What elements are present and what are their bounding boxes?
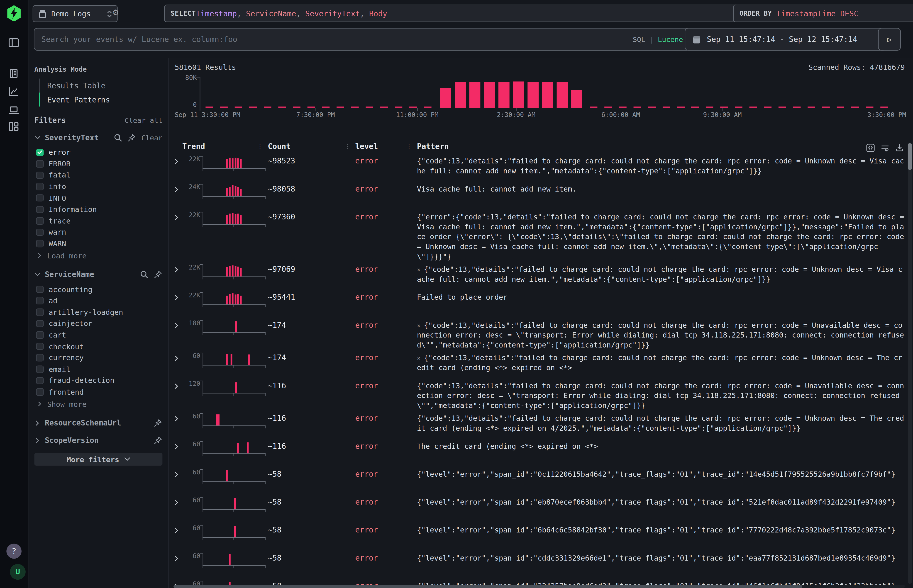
checkbox-unchecked[interactable] (36, 240, 43, 247)
histogram-bar[interactable] (571, 90, 582, 108)
filter-option-email[interactable]: email (34, 363, 162, 375)
sidebar-toggle-icon[interactable] (8, 37, 20, 49)
results-histogram[interactable]: 80K0Sep 11 3:30:00 PM7:30:00 PM11:00:00 … (169, 58, 913, 122)
filter-option-ad[interactable]: ad (34, 295, 162, 307)
checkbox-unchecked[interactable] (36, 286, 43, 293)
expand-row-icon[interactable] (172, 523, 185, 534)
checkbox-unchecked[interactable] (36, 206, 43, 213)
filter-group-header[interactable]: ResourceSchemaUrl (34, 419, 162, 428)
histogram-bar[interactable] (513, 81, 524, 108)
histogram-bar[interactable] (440, 88, 451, 108)
column-drag-handle-icon[interactable]: ⋮ (344, 142, 350, 150)
order-by-input[interactable]: ORDER BY TimestampTime DESC (733, 5, 913, 22)
expand-row-icon[interactable] (172, 439, 185, 451)
checkbox-unchecked[interactable] (36, 309, 43, 316)
filter-option-info[interactable]: info (34, 181, 162, 192)
filter-option-warn[interactable]: warn (34, 226, 162, 238)
filter-option-artillery-loadgen[interactable]: artillery-loadgen (34, 307, 162, 318)
checkbox-unchecked[interactable] (36, 183, 43, 190)
select-query-input[interactable]: SELECT Timestamp, ServiceName, SeverityT… (164, 5, 738, 22)
checkbox-unchecked[interactable] (36, 171, 43, 179)
filter-option-trace[interactable]: trace (34, 215, 162, 226)
more-filters-button[interactable]: More filters (34, 453, 162, 465)
col-header-level[interactable]: level⋮ (355, 142, 417, 151)
filter-option-cainjector[interactable]: cainjector (34, 318, 162, 329)
filter-option-info[interactable]: INFO (34, 192, 162, 204)
expand-row-icon[interactable] (172, 182, 185, 193)
histogram-bar[interactable] (542, 82, 553, 108)
filter-group-header[interactable]: ScopeVersion (34, 436, 162, 445)
filter-option-error[interactable]: ERROR (34, 158, 162, 169)
download-icon[interactable] (895, 143, 904, 153)
expand-row-icon[interactable] (172, 351, 185, 362)
filter-option-cart[interactable]: cart (34, 330, 162, 341)
clear-all-button[interactable]: Clear all (125, 116, 162, 124)
filter-option-warn[interactable]: WARN (34, 238, 162, 249)
filter-group-header[interactable]: ServiceName (34, 270, 162, 279)
filter-load-more[interactable]: Load more (34, 250, 162, 262)
filter-option-checkout[interactable]: checkout (34, 341, 162, 352)
expand-row-icon[interactable] (172, 378, 185, 390)
filter-show-more[interactable]: Show more (34, 398, 162, 410)
nav-dashboards-icon[interactable] (8, 120, 20, 133)
histogram-bar[interactable] (528, 82, 539, 108)
pin-icon[interactable] (128, 133, 136, 142)
analysis-mode-item-results-table[interactable]: Results Table (39, 79, 162, 93)
col-header-count[interactable]: Count⋮ (268, 142, 355, 151)
nav-sessions-icon[interactable] (8, 104, 20, 117)
pattern-row[interactable]: 60~58error{"level":"error","span_id":"6b… (172, 523, 906, 551)
col-header-trend[interactable]: Trend⋮ (172, 142, 268, 151)
run-query-button[interactable]: ▷ (878, 28, 901, 50)
pattern-row[interactable]: 60~58error{"level":"error","span_id":"33… (172, 578, 906, 585)
user-avatar[interactable]: U (10, 564, 26, 580)
checkbox-unchecked[interactable] (36, 366, 43, 373)
filter-option-error[interactable]: error (34, 147, 162, 158)
histogram-bar[interactable] (499, 82, 510, 108)
expand-row-icon[interactable] (172, 262, 185, 273)
hyperdx-logo-icon[interactable] (6, 5, 22, 22)
histogram-bar[interactable] (469, 82, 480, 108)
pattern-row[interactable]: 60~58error{"level":"error","span_id":"cd… (172, 551, 906, 578)
column-drag-handle-icon[interactable]: ⋮ (406, 142, 412, 150)
pattern-row[interactable]: 22K~97069error×{"code":13,"details":"fai… (172, 262, 906, 290)
filter-option-accounting[interactable]: accounting (34, 284, 162, 295)
expand-row-icon[interactable] (172, 154, 185, 165)
pattern-row[interactable]: 60~116errorThe credit card (ending <*> e… (172, 439, 906, 467)
expand-row-icon[interactable] (172, 467, 185, 478)
source-selector[interactable]: Demo Logs (32, 5, 118, 22)
exclude-pattern-icon[interactable]: × (417, 355, 420, 361)
pattern-row[interactable]: 22K~95441errorFailed to place order (172, 290, 906, 318)
pin-icon[interactable] (154, 436, 163, 445)
exclude-pattern-icon[interactable]: × (417, 267, 420, 273)
filter-option-information[interactable]: Information (34, 204, 162, 215)
checkbox-unchecked[interactable] (36, 343, 43, 350)
pattern-row[interactable]: 180~174error×{"code":13,"details":"faile… (172, 318, 906, 351)
histogram-bar[interactable] (455, 82, 466, 108)
column-drag-handle-icon[interactable]: ⋮ (257, 142, 263, 150)
nav-chart-icon[interactable] (8, 86, 20, 98)
wrap-lines-icon[interactable] (881, 143, 890, 153)
vertical-scrollbar-thumb[interactable] (908, 143, 912, 170)
histogram-bar[interactable] (557, 82, 568, 108)
checkbox-checked[interactable] (36, 149, 43, 156)
help-button[interactable]: ? (6, 544, 21, 559)
expand-row-icon[interactable] (172, 290, 185, 302)
mode-lucene[interactable]: Lucene (658, 35, 683, 43)
search-icon[interactable] (140, 270, 149, 279)
pattern-row[interactable]: 60~116error{"code":13,"details":"failed … (172, 411, 906, 439)
filter-option-fraud-detection[interactable]: fraud-detection (34, 375, 162, 386)
pattern-row[interactable]: 22K~97360error{"error":{"code":13,"detai… (172, 210, 906, 262)
search-icon[interactable] (113, 133, 122, 142)
col-header-pattern[interactable]: Pattern (417, 142, 906, 151)
filter-group-header[interactable]: SeverityTextClear (34, 133, 162, 142)
filter-clear-button[interactable]: Clear (141, 134, 163, 142)
pin-icon[interactable] (154, 419, 163, 428)
checkbox-unchecked[interactable] (36, 331, 43, 339)
mode-sql[interactable]: SQL (633, 35, 646, 43)
horizontal-scrollbar-thumb[interactable] (173, 585, 802, 588)
expand-row-icon[interactable] (172, 210, 185, 221)
checkbox-unchecked[interactable] (36, 297, 43, 304)
filter-option-fatal[interactable]: fatal (34, 170, 162, 181)
analysis-mode-item-event-patterns[interactable]: Event Patterns (39, 92, 162, 107)
pattern-row[interactable]: 120~116error{"code":13,"details":"failed… (172, 378, 906, 411)
